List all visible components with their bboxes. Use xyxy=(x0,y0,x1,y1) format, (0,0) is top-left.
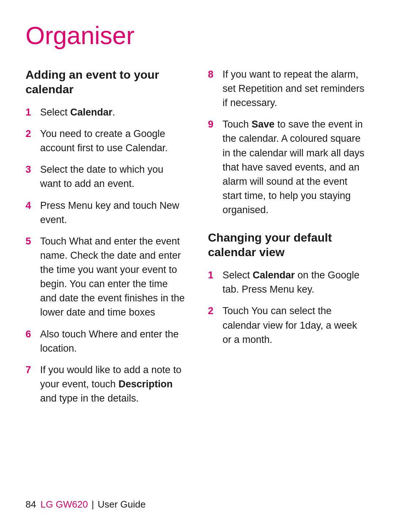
section-heading-adding: Adding an event to your calendar xyxy=(26,67,186,97)
footer: 84 LG GW620 | User Guide xyxy=(26,484,368,510)
list-number: 1 xyxy=(208,268,218,297)
list-item: 7 If you would like to add a note to you… xyxy=(26,363,186,406)
list-item: 1 Select Calendar. xyxy=(26,105,186,120)
list-number: 2 xyxy=(26,127,36,155)
list-item: 2 You need to create a Google account fi… xyxy=(26,127,186,155)
list-item: 8 If you want to repeat the alarm, set R… xyxy=(208,67,368,110)
bold-text: Description xyxy=(119,379,173,390)
list-text: You need to create a Google account firs… xyxy=(40,127,186,155)
footer-page-number: 84 xyxy=(26,499,36,510)
footer-separator: | xyxy=(92,499,94,510)
list-text: Select Calendar on the Google tab. Press… xyxy=(223,268,368,297)
content-columns: Adding an event to your calendar 1 Selec… xyxy=(26,67,368,484)
footer-guide: User Guide xyxy=(98,499,146,510)
list-text: Select Calendar. xyxy=(40,105,186,120)
column-left: Adding an event to your calendar 1 Selec… xyxy=(26,67,186,484)
changing-view-list: 1 Select Calendar on the Google tab. Pre… xyxy=(208,268,368,347)
list-number: 8 xyxy=(208,67,218,110)
list-item: 9 Touch Save to save the event in the ca… xyxy=(208,117,368,217)
list-item: 2 Touch You can select the calendar view… xyxy=(208,304,368,347)
list-number: 1 xyxy=(26,105,36,120)
list-item: 6 Also touch Where and enter the locatio… xyxy=(26,327,186,356)
section-changing: Changing your default calendar view 1 Se… xyxy=(208,230,368,347)
adding-event-list-continued: 8 If you want to repeat the alarm, set R… xyxy=(208,67,368,217)
list-number: 3 xyxy=(26,163,36,191)
list-item: 4 Press Menu key and touch New event. xyxy=(26,199,186,227)
list-text: If you want to repeat the alarm, set Rep… xyxy=(223,67,368,110)
list-number: 2 xyxy=(208,304,218,347)
page-container: Organiser Adding an event to your calend… xyxy=(0,0,394,532)
list-number: 5 xyxy=(26,234,36,320)
list-number: 6 xyxy=(26,327,36,356)
list-number: 7 xyxy=(26,363,36,406)
list-item: 1 Select Calendar on the Google tab. Pre… xyxy=(208,268,368,297)
list-item: 5 Touch What and enter the event name. C… xyxy=(26,234,186,320)
adding-event-list: 1 Select Calendar. 2 You need to create … xyxy=(26,105,186,406)
list-text: Touch Save to save the event in the cale… xyxy=(223,117,368,217)
bold-text: Save xyxy=(252,119,275,130)
list-text: Also touch Where and enter the location. xyxy=(40,327,186,356)
list-text: Press Menu key and touch New event. xyxy=(40,199,186,227)
list-text: Touch You can select the calendar view f… xyxy=(223,304,368,347)
list-text: Touch What and enter the event name. Che… xyxy=(40,234,186,320)
column-right: 8 If you want to repeat the alarm, set R… xyxy=(208,67,368,484)
bold-text: Calendar xyxy=(253,270,295,281)
list-text: If you would like to add a note to your … xyxy=(40,363,186,406)
section-heading-changing: Changing your default calendar view xyxy=(208,230,368,259)
list-number: 4 xyxy=(26,199,36,227)
list-text: Select the date to which you want to add… xyxy=(40,163,186,191)
list-item: 3 Select the date to which you want to a… xyxy=(26,163,186,191)
page-title: Organiser xyxy=(26,22,368,49)
footer-brand: LG GW620 xyxy=(40,499,88,510)
list-number: 9 xyxy=(208,117,218,217)
bold-text: Calendar xyxy=(70,107,113,118)
